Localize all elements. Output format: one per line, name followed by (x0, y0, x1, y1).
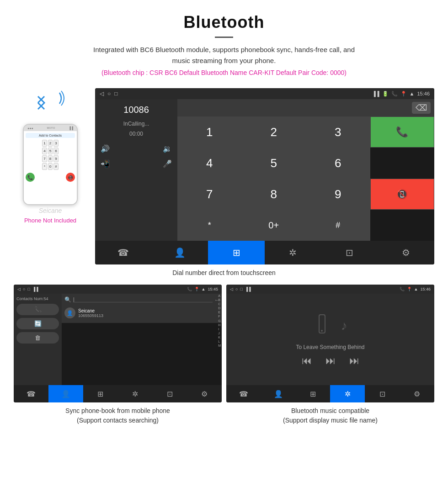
location-icon: 📍 (400, 91, 407, 97)
phone-key-9[interactable]: 9 (53, 155, 58, 162)
nav-dialpad[interactable]: ⊞ (208, 241, 265, 264)
numpad-key-6[interactable]: 6 (306, 148, 370, 179)
alpha-m: M (218, 344, 221, 348)
transfer-icon[interactable]: 📲 (101, 159, 110, 168)
phone-key-star[interactable]: * (42, 163, 47, 170)
contacts-nav-phone[interactable]: ☎ (14, 385, 48, 402)
phone-key-hash[interactable]: # (53, 163, 58, 170)
back-icon[interactable]: ◁ (100, 90, 104, 97)
numpad-key-8[interactable]: 8 (242, 179, 306, 210)
contacts-nav-bluetooth[interactable]: ✲ (117, 385, 152, 402)
contacts-search-icon[interactable]: 🔍 (64, 296, 71, 303)
home-icon[interactable]: ○ (107, 90, 111, 97)
music-nav-bluetooth[interactable]: ✲ (330, 385, 365, 402)
phone-key-5[interactable]: 5 (48, 148, 53, 154)
music-next-button[interactable]: ⏭ (349, 355, 359, 367)
recents-icon[interactable]: □ (114, 90, 117, 97)
numpad-key-1[interactable]: 1 (177, 116, 242, 148)
contacts-recents-icon: □ (27, 287, 30, 291)
numpad-key-3[interactable]: 3 (306, 116, 370, 148)
numpad-key-star[interactable]: * (177, 210, 242, 241)
car-head-unit: ◁ ○ □ ▐▐ 🔋 📞 📍 ▲ 15:46 10086 InCalling..… (95, 88, 434, 264)
alpha-list: A B C D E F G H I J K L M (218, 294, 221, 348)
wifi-waves-icon (51, 89, 65, 110)
phone-key-4[interactable]: 4 (42, 148, 47, 154)
backspace-button[interactable]: ⌫ (412, 102, 431, 114)
contact-item[interactable]: 👤 Seicane 10655059113 (64, 306, 219, 320)
phone-top-bar: ●●● MOTO ▐▐ (24, 125, 77, 131)
nav-phone[interactable]: ☎ (95, 241, 152, 264)
music-controls: ⏮ ⏭ ⏭ (302, 355, 359, 367)
dial-input-row: ⌫ (177, 99, 434, 116)
contacts-back-icon: ◁ (17, 287, 21, 291)
seicane-label: Seicane (39, 207, 62, 214)
status-left: ◁ ○ □ (100, 90, 118, 97)
phone-side: ●●● MOTO ▐▐ Add to Contacts 1 2 3 4 5 6 … (14, 88, 87, 224)
contacts-search-cursor[interactable]: | (73, 297, 213, 302)
phone-key-2[interactable]: 2 (48, 140, 53, 147)
music-nav-settings[interactable]: ⚙ (400, 385, 434, 402)
numpad-key-7[interactable]: 7 (177, 179, 242, 210)
contacts-sync-btn[interactable]: 🔄 (16, 318, 59, 329)
numpad-key-hash[interactable]: # (306, 210, 370, 241)
music-nav: ☎ 👤 ⊞ ✲ ⊡ ⚙ (226, 385, 434, 402)
music-play-button[interactable]: ⏭ (325, 355, 336, 367)
contacts-nav-contacts[interactable]: 👤 (48, 385, 83, 402)
nav-bluetooth[interactable]: ✲ (265, 241, 321, 264)
phone-key-0[interactable]: 0 (48, 163, 53, 170)
contacts-nav: ☎ 👤 ⊞ ✲ ⊡ ⚙ (14, 385, 222, 402)
phone-dialpad: 1 2 3 4 5 6 7 8 9 * 0 # (42, 140, 58, 170)
mic-icon[interactable]: 🎤 (163, 159, 172, 168)
nav-transfer[interactable]: ⊡ (321, 241, 378, 264)
nav-settings[interactable]: ⚙ (378, 241, 434, 264)
phone-key-6[interactable]: 6 (53, 148, 58, 154)
numpad-key-2[interactable]: 2 (242, 116, 306, 148)
nav-contacts[interactable]: 👤 (152, 241, 208, 264)
numpad-end-button[interactable]: 📵 (370, 179, 435, 210)
phone-call-button[interactable]: 📞 (26, 173, 35, 182)
contacts-main: Contacts Num:54 📞 🔄 🗑 🔍 | ← 👤 (14, 294, 222, 385)
music-prev-button[interactable]: ⏮ (302, 355, 312, 367)
numpad-key-0plus[interactable]: 0+ (242, 210, 306, 241)
numpad-key-9[interactable]: 9 (306, 179, 370, 210)
contacts-call-btn[interactable]: 📞 (16, 304, 59, 315)
phone-key-8[interactable]: 8 (48, 155, 53, 162)
header-specs: (Bluetooth chip : CSR BC6 Default Blueto… (9, 69, 439, 76)
alpha-h: H (218, 323, 221, 327)
music-nav-dialpad[interactable]: ⊞ (296, 385, 331, 402)
dial-caption: Dial number direct from touchscreen (0, 269, 448, 276)
contacts-home-icon: ○ (23, 287, 25, 291)
phone-key-7[interactable]: 7 (42, 155, 47, 162)
numpad-key-5[interactable]: 5 (242, 148, 306, 179)
music-nav-transfer[interactable]: ⊡ (365, 385, 400, 402)
phone-key-1[interactable]: 1 (42, 140, 47, 147)
music-icon-area: ♪ (314, 312, 347, 339)
numpad-key-4[interactable]: 4 (177, 148, 242, 179)
music-nav-phone[interactable]: ☎ (226, 385, 261, 402)
volume-up-icon[interactable]: 🔊 (101, 144, 110, 153)
phone-key-3[interactable]: 3 (53, 140, 58, 147)
bluetooth-icon-area (32, 88, 69, 120)
alpha-k: K (218, 335, 221, 339)
contacts-nav-dialpad[interactable]: ⊞ (83, 385, 118, 402)
car-status-bar: ◁ ○ □ ▐▐ 🔋 📞 📍 ▲ 15:46 (95, 88, 434, 99)
music-signal-icon: ▐▐ (245, 287, 251, 291)
alpha-b: B (218, 298, 221, 302)
music-nav-contacts[interactable]: 👤 (261, 385, 296, 402)
contacts-nav-settings[interactable]: ⚙ (187, 385, 222, 402)
signal-icon: ▐▐ (372, 91, 379, 96)
numpad-call-button[interactable]: 📞 (370, 116, 435, 148)
music-home-icon: ○ (235, 287, 238, 291)
contacts-nav-transfer[interactable]: ⊡ (152, 385, 187, 402)
contacts-phone-icon: 📞 (187, 287, 192, 291)
contacts-search-row: 🔍 | ← (64, 296, 219, 303)
contacts-num: Contacts Num:54 (16, 296, 59, 301)
music-status-left: ◁ ○ □ ▐▐ (230, 287, 251, 291)
battery-icon: 🔋 (382, 91, 389, 97)
phone-end-button[interactable]: 📵 (66, 173, 75, 182)
volume-down-icon[interactable]: 🔉 (163, 144, 172, 153)
bottom-screenshots: ◁ ○ □ ▐▐ 📞 📍 ▲ 15:45 Contacts Num:54 📞 🔄 (0, 285, 448, 425)
dialer-controls: 🔊 🔉 (101, 144, 172, 153)
music-phone-icon (314, 312, 336, 339)
contacts-delete-btn[interactable]: 🗑 (16, 332, 59, 344)
